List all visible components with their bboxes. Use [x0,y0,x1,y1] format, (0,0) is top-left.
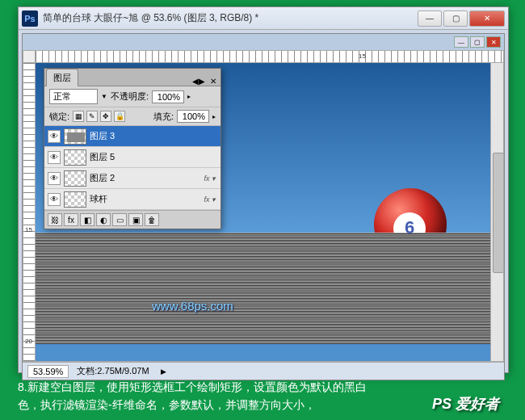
layer-group-icon[interactable]: ▭ [112,213,127,226]
layer-row[interactable]: 👁 球杆 fx ▾ [44,189,220,210]
ball-number: 6 [405,217,414,238]
panel-tabbar: 图层 ◀▶ ✕ [44,69,220,86]
minimize-button[interactable]: — [418,10,442,27]
fill-input[interactable]: 100% [177,110,209,123]
titlebar[interactable]: Ps 简单的台球 大眼仔~旭 @ 53.6% (图层 3, RGB/8) * —… [19,7,508,30]
close-button[interactable]: ✕ [469,10,505,27]
link-layers-icon[interactable]: ⛓ [48,213,62,226]
work-area: 15 20 6 www.68ps.com 图层 ◀▶ [23,63,504,362]
fill-label: 填充: [153,111,174,123]
fx-badge[interactable]: fx ▾ [204,174,216,183]
opacity-label: 不透明度: [111,90,149,103]
ruler-horizontal[interactable]: 15 [36,50,504,63]
layer-row[interactable]: 👁 图层 5 [44,147,220,168]
ruler-origin[interactable] [23,50,36,63]
window-title: 简单的台球 大眼仔~旭 @ 53.6% (图层 3, RGB/8) * [43,11,418,25]
fiber-texture-selection [36,233,503,344]
canvas[interactable]: 6 www.68ps.com 图层 ◀▶ ✕ 正常 ▼ [36,63,504,362]
blend-row: 正常 ▼ 不透明度: 100% ▸ [44,86,220,107]
window-controls: — ▢ ✕ [418,10,505,27]
layer-name[interactable]: 图层 5 [90,151,217,163]
lock-row: 锁定: ▦ ✎ ✥ 🔒 填充: 100% ▸ [44,107,220,126]
ruler-h-mark: 15 [359,52,366,60]
layer-row[interactable]: 👁 图层 2 fx ▾ [44,168,220,189]
tab-layers[interactable]: 图层 [46,69,78,86]
lock-icons: ▦ ✎ ✥ 🔒 [73,111,125,122]
layer-name[interactable]: 球杆 [90,193,200,205]
ruler-row: 15 [23,50,504,63]
maximize-button[interactable]: ▢ [443,10,468,27]
layer-style-icon[interactable]: fx [64,213,78,226]
panel-close-icon[interactable]: ✕ [206,77,220,86]
layer-row[interactable]: 👁 图层 3 [44,126,220,147]
visibility-icon[interactable]: 👁 [48,151,61,164]
lock-move-icon[interactable]: ✥ [100,111,111,122]
ruler-vertical[interactable]: 15 20 [23,63,36,362]
layer-thumbnail[interactable] [64,149,86,166]
status-menu-icon[interactable]: ▶ [161,368,166,376]
doc-close-button[interactable]: ✕ [486,36,501,48]
delete-layer-icon[interactable]: 🗑 [145,213,159,226]
lock-label: 锁定: [49,111,69,123]
layer-name[interactable]: 图层 2 [90,172,200,184]
opacity-input[interactable]: 100% [152,90,184,103]
layer-name[interactable]: 图层 3 [90,130,217,142]
layer-list: 👁 图层 3 👁 图层 5 👁 图层 2 [44,126,220,210]
layer-mask-icon[interactable]: ◧ [80,213,94,226]
layer-thumbnail[interactable] [64,191,86,208]
statusbar: 53.59% 文档:2.75M/9.07M ▶ [23,362,504,380]
brand-watermark: PS 爱好者 [432,394,499,414]
lock-paint-icon[interactable]: ✎ [86,111,98,122]
zoom-field[interactable]: 53.59% [27,365,69,378]
lock-all-icon[interactable]: 🔒 [114,111,125,122]
fx-badge[interactable]: fx ▾ [204,195,216,204]
ruler-v-mark-2: 20 [25,338,32,345]
visibility-icon[interactable]: 👁 [48,130,61,143]
ruler-v-mark-1: 15 [25,226,32,233]
app-window: Ps 简单的台球 大眼仔~旭 @ 53.6% (图层 3, RGB/8) * —… [18,6,509,373]
canvas-bottom-strip [36,344,503,362]
new-layer-icon[interactable]: ▣ [128,213,143,226]
document-titlebar[interactable]: — ▢ ✕ [23,34,504,50]
app-icon: Ps [22,10,38,27]
layer-thumbnail[interactable] [64,128,86,145]
document-window: — ▢ ✕ 15 15 20 6 www.68ps.com [22,33,505,380]
panel-collapse-icon[interactable]: ◀▶ [191,77,206,86]
watermark-text: www.68ps.com [152,299,233,313]
layer-thumbnail[interactable] [64,170,86,187]
layers-panel[interactable]: 图层 ◀▶ ✕ 正常 ▼ 不透明度: 100% ▸ 锁定: [44,68,221,229]
lock-transparent-icon[interactable]: ▦ [73,111,84,122]
panel-footer: ⛓ fx ◧ ◐ ▭ ▣ 🗑 [44,210,220,229]
blend-mode-select[interactable]: 正常 [49,89,98,104]
doc-restore-button[interactable]: ▢ [470,36,485,48]
doc-minimize-button[interactable]: — [454,36,468,48]
adjustment-layer-icon[interactable]: ◐ [96,213,111,226]
visibility-icon[interactable]: 👁 [48,172,61,185]
doc-size-label: 文档:2.75M/9.07M [77,365,149,377]
visibility-icon[interactable]: 👁 [48,193,61,206]
vertical-scrollbar[interactable] [490,63,503,361]
